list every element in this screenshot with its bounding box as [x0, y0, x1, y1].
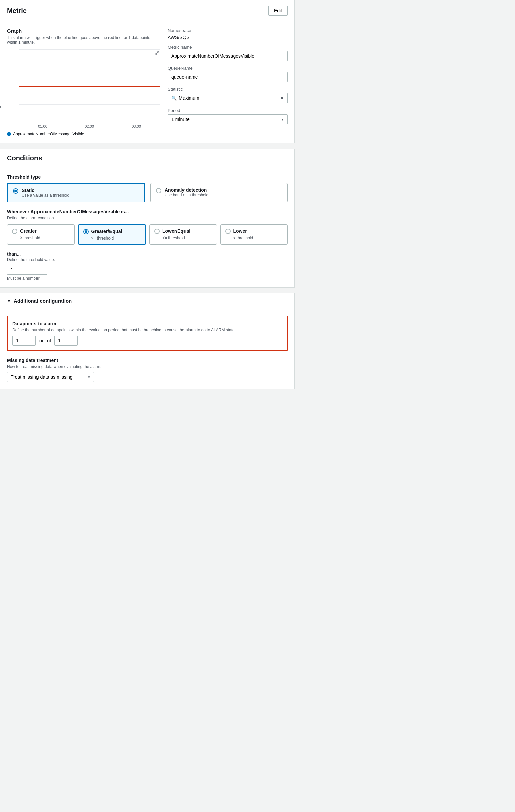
- radio-anomaly[interactable]: [156, 188, 161, 193]
- chart-wrapper: ⤢: [19, 49, 160, 123]
- datapoints-box: Datapoints to alarm Define the number of…: [7, 316, 287, 351]
- threshold-line: [20, 86, 160, 87]
- must-be-number: Must be a number: [7, 276, 287, 281]
- graph-container: Graph This alarm will trigger when the b…: [7, 28, 160, 136]
- anomaly-title: Anomaly detection: [165, 187, 208, 193]
- graph-desc: This alarm will trigger when the blue li…: [7, 35, 160, 45]
- metric-body: Graph This alarm will trigger when the b…: [0, 22, 294, 143]
- clear-icon[interactable]: ✕: [280, 95, 284, 101]
- metric-name-label: Metric name: [168, 45, 287, 50]
- triangle-down-icon: ▼: [7, 299, 11, 303]
- anomaly-desc: Use band as a threshold: [165, 193, 208, 197]
- radio-lower-equal[interactable]: [154, 229, 160, 234]
- namespace-label: Namespace: [168, 28, 287, 33]
- cond-header-lower-equal: Lower/Equal: [154, 228, 190, 234]
- missing-desc: How to treat missing data when evaluatin…: [7, 365, 287, 369]
- period-select[interactable]: 1 minute 5 minutes 15 minutes 1 hour 6 h…: [168, 114, 287, 124]
- than-title: than...: [7, 251, 287, 257]
- namespace-group: Namespace AWS/SQS: [168, 28, 287, 40]
- y-axis-labels: 2 1.5 1 0.5 0: [0, 49, 1, 128]
- cond-sub-lower: < threshold: [225, 235, 253, 240]
- missing-data-select[interactable]: Treat missing data as missing Treat miss…: [7, 372, 94, 382]
- grid-line-4: [20, 104, 160, 105]
- metric-title: Metric: [7, 7, 27, 15]
- cond-header-greater-equal: Greater/Equal: [83, 228, 122, 234]
- metric-header: Metric Edit: [0, 0, 294, 22]
- than-desc: Define the threshold value.: [7, 257, 287, 262]
- graph-label: Graph: [7, 28, 160, 34]
- grid-line-2: [20, 68, 160, 68]
- chart-legend: ApproximateNumberOfMessagesVisible: [7, 132, 160, 136]
- legend-dot: [7, 132, 11, 136]
- datapoints-desc: Define the number of datapoints within t…: [12, 328, 282, 332]
- statistic-field[interactable]: 🔍 ✕: [168, 93, 287, 103]
- condition-card-greater-equal[interactable]: Greater/Equal >= threshold: [78, 225, 146, 244]
- datapoints-input-1[interactable]: [12, 336, 36, 346]
- x-axis-labels: 01:00 02:00 03:00: [19, 124, 160, 128]
- queue-name-group: QueueName: [168, 66, 287, 82]
- fields-area: Namespace AWS/SQS Metric name QueueName …: [168, 28, 287, 136]
- statistic-label: Statistic: [168, 87, 287, 92]
- legend-label: ApproximateNumberOfMessagesVisible: [13, 132, 84, 136]
- queue-name-input[interactable]: [168, 72, 287, 82]
- edit-button[interactable]: Edit: [268, 6, 287, 16]
- cond-sub-greater-equal: >= threshold: [83, 236, 114, 240]
- cond-title-lower-equal: Lower/Equal: [162, 228, 190, 234]
- cond-title-greater: Greater: [20, 228, 37, 234]
- threshold-card-static[interactable]: Static Use a value as a threshold: [7, 183, 145, 202]
- datapoints-row: out of: [12, 336, 282, 346]
- missing-title: Missing data treatment: [7, 358, 287, 363]
- missing-select-wrapper: Treat missing data as missing Treat miss…: [7, 372, 94, 382]
- threshold-card-anomaly[interactable]: Anomaly detection Use band as a threshol…: [150, 183, 287, 202]
- statistic-input[interactable]: [179, 95, 278, 101]
- graph-area: Graph This alarm will trigger when the b…: [7, 28, 287, 136]
- cond-title-lower: Lower: [233, 228, 247, 234]
- period-label: Period: [168, 108, 287, 113]
- whenever-desc: Define the alarm condition.: [7, 216, 287, 221]
- condition-card-greater[interactable]: Greater > threshold: [7, 225, 75, 244]
- threshold-type-label: Threshold type: [7, 174, 287, 179]
- conditions-title: Conditions: [7, 154, 42, 162]
- period-select-wrapper: 1 minute 5 minutes 15 minutes 1 hour 6 h…: [168, 114, 287, 124]
- radio-static[interactable]: [13, 188, 19, 194]
- search-icon: 🔍: [172, 96, 177, 101]
- metric-section: Metric Edit Graph This alarm will trigge…: [0, 0, 295, 143]
- cond-header-lower: Lower: [225, 228, 247, 234]
- grid-line-top: [20, 49, 160, 50]
- datapoints-title: Datapoints to alarm: [12, 321, 282, 326]
- metric-name-input[interactable]: [168, 51, 287, 61]
- additional-body: Datapoints to alarm Define the number of…: [0, 309, 294, 388]
- anomaly-card-text: Anomaly detection Use band as a threshol…: [165, 187, 208, 197]
- whenever-title: Whenever ApproximateNumberOfMessagesVisi…: [7, 209, 287, 214]
- statistic-group: Statistic 🔍 ✕: [168, 87, 287, 103]
- cond-title-greater-equal: Greater/Equal: [91, 229, 122, 234]
- out-of-label: out of: [39, 338, 51, 343]
- threshold-type-row: Static Use a value as a threshold Anomal…: [7, 183, 287, 202]
- metric-name-group: Metric name: [168, 45, 287, 61]
- queue-name-label: QueueName: [168, 66, 287, 71]
- expand-icon[interactable]: ⤢: [155, 49, 160, 57]
- static-desc: Use a value as a threshold: [22, 193, 69, 198]
- cond-header-greater: Greater: [12, 228, 37, 234]
- static-title: Static: [22, 187, 69, 193]
- datapoints-input-2[interactable]: [54, 336, 78, 346]
- radio-greater[interactable]: [12, 229, 18, 234]
- conditions-body: Threshold type Static Use a value as a t…: [0, 168, 294, 287]
- conditions-row: Greater > threshold Greater/Equal >= thr…: [7, 225, 287, 244]
- namespace-value: AWS/SQS: [168, 34, 287, 40]
- condition-card-lower-equal[interactable]: Lower/Equal <= threshold: [149, 225, 217, 244]
- cond-sub-lower-equal: <= threshold: [154, 235, 185, 240]
- period-group: Period 1 minute 5 minutes 15 minutes 1 h…: [168, 108, 287, 124]
- additional-config-section: ▼ Additional configuration Datapoints to…: [0, 293, 295, 389]
- static-card-text: Static Use a value as a threshold: [22, 187, 69, 198]
- radio-lower[interactable]: [225, 229, 231, 234]
- radio-greater-equal[interactable]: [83, 229, 89, 234]
- conditions-header: Conditions: [0, 149, 294, 168]
- condition-card-lower[interactable]: Lower < threshold: [220, 225, 288, 244]
- cond-sub-greater: > threshold: [12, 235, 40, 240]
- additional-title: Additional configuration: [14, 298, 72, 304]
- additional-header[interactable]: ▼ Additional configuration: [0, 293, 294, 309]
- threshold-value-input[interactable]: [7, 265, 47, 275]
- conditions-section: Conditions Threshold type Static Use a v…: [0, 149, 295, 288]
